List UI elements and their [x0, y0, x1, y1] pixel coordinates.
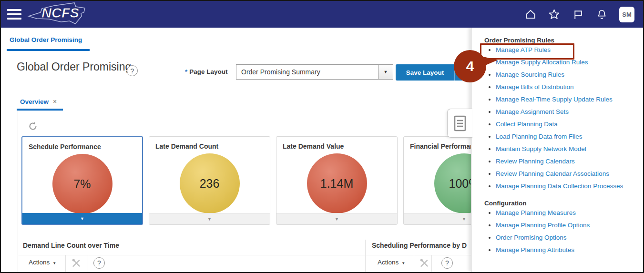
user-avatar[interactable]: SM	[619, 7, 634, 22]
task-list-item: Manage Planning Measures	[496, 207, 643, 219]
task-list-item: Review Planning Calendars	[496, 155, 643, 168]
section-title-scheduling-performance: Scheduling Performance by D	[372, 242, 467, 249]
task-link-list: Manage Planning MeasuresManage Planning …	[471, 207, 643, 256]
kpi-card-title: Late Demand Value	[283, 142, 344, 150]
task-link[interactable]: Maintain Supply Network Model	[496, 145, 586, 152]
chevron-down-icon: ▼	[384, 70, 388, 74]
kpi-circle: 1.14M	[307, 153, 367, 213]
help-icon[interactable]: ?	[441, 257, 453, 269]
tab-global-order-promising[interactable]: Global Order Promising	[10, 36, 82, 43]
task-link[interactable]: Manage Supply Allocation Rules	[496, 59, 588, 66]
task-list-item: Load Planning Data from Files	[496, 131, 643, 143]
task-list-item: Manage Sourcing Rules	[496, 69, 643, 81]
kpi-card-title: Financial Performance	[410, 142, 471, 150]
task-link[interactable]: Manage Bills of Distribution	[496, 83, 574, 91]
notifications-bell-icon[interactable]	[595, 8, 608, 21]
kpi-card-0[interactable]: Schedule Performance7%▼	[21, 136, 143, 225]
menu-icon[interactable]	[7, 9, 21, 20]
callout-step-number: 4	[454, 50, 486, 82]
select-dropdown-button[interactable]: ▼	[378, 65, 393, 79]
page-help-icon[interactable]: ?	[127, 65, 138, 76]
tasks-panel-drawer-handle[interactable]	[447, 109, 472, 138]
main-content: Global Order Promising ? *Page Layout Or…	[1, 53, 471, 272]
overview-panel-border	[18, 111, 18, 272]
home-icon[interactable]	[524, 8, 537, 21]
task-link[interactable]: Manage Real-Time Supply Update Rules	[496, 96, 613, 103]
task-link[interactable]: Manage ATP Rules	[496, 46, 551, 53]
nav-tab-strip: Global Order Promising	[1, 28, 471, 53]
actions-menu-right[interactable]: Actions▼	[378, 259, 405, 266]
top-navbar: NCFS SM	[1, 1, 643, 28]
kpi-circle: 236	[180, 153, 240, 213]
section-title-demand-line-count: Demand Line Count over Time	[23, 242, 119, 249]
task-link[interactable]: Load Planning Data from Files	[496, 133, 583, 140]
kpi-circle: 7%	[52, 154, 112, 214]
task-list-item: Order Promising Options	[496, 232, 643, 244]
task-link[interactable]: Manage Planning Profile Options	[496, 222, 590, 229]
favorites-star-icon[interactable]	[548, 8, 561, 21]
kpi-card-expander[interactable]: ▼	[149, 213, 270, 224]
kpi-cards-row: Schedule Performance7%▼Late Demand Count…	[21, 136, 471, 225]
task-list-item: Manage Bills of Distribution	[496, 81, 643, 93]
page-layout-select[interactable]: Order Promising Summary ▼	[236, 64, 393, 80]
task-list-item: Manage Planning Profile Options	[496, 219, 643, 232]
kpi-circle: 100%	[434, 153, 471, 213]
help-icon[interactable]: ?	[93, 257, 105, 269]
task-section-heading: Configuration	[484, 200, 643, 207]
kpi-card-3[interactable]: Financial Performance100%▼	[403, 136, 471, 225]
task-section-heading: Order Promising Rules	[484, 37, 643, 44]
toolbar-divider	[65, 255, 66, 272]
task-list-item: Manage Planning Data Collection Processe…	[496, 180, 643, 192]
toolbar-top-border	[18, 255, 471, 255]
chevron-down-icon: ▼	[401, 261, 405, 265]
task-link[interactable]: Collect Planning Data	[496, 121, 558, 128]
chart-tools-icon[interactable]	[419, 257, 430, 269]
task-link[interactable]: Review Planning Calendars	[496, 158, 575, 165]
task-link-list: Manage ATP RulesManage Supply Allocation…	[471, 44, 643, 192]
task-section-1: ConfigurationManage Planning MeasuresMan…	[471, 200, 643, 256]
task-link[interactable]: Manage Assignment Sets	[496, 108, 569, 115]
kpi-card-expander[interactable]: ▼	[276, 213, 397, 224]
toolbar-divider	[88, 255, 88, 272]
task-link[interactable]: Manage Sourcing Rules	[496, 71, 564, 78]
toolbar-divider	[431, 255, 432, 272]
task-link[interactable]: Manage Planning Data Collection Processe…	[496, 182, 623, 190]
task-link[interactable]: Manage Planning Measures	[496, 209, 576, 216]
ncfs-logo: NCFS	[27, 1, 94, 27]
kpi-card-1[interactable]: Late Demand Count236▼	[149, 136, 270, 225]
content-left-border	[6, 53, 6, 272]
flag-icon[interactable]	[572, 8, 584, 21]
task-link[interactable]: Manage Planning Attributes	[496, 246, 574, 253]
task-list-item: Manage Real-Time Supply Update Rules	[496, 93, 643, 106]
task-list-item: Manage ATP Rules	[496, 44, 643, 56]
kpi-card-title: Late Demand Count	[155, 142, 218, 150]
refresh-icon[interactable]	[27, 121, 39, 132]
task-list-item: Maintain Supply Network Model	[496, 143, 643, 155]
kpi-card-2[interactable]: Late Demand Value1.14M▼	[276, 136, 398, 225]
app-window: NCFS SM Glo	[0, 0, 644, 273]
save-layout-label: Save Layout	[396, 69, 454, 76]
task-list-item: Review Planning Calendar Associations	[496, 168, 643, 180]
task-link[interactable]: Order Promising Options	[496, 234, 567, 241]
task-list-item: Manage Assignment Sets	[496, 106, 643, 118]
kpi-card-expander[interactable]: ▼	[404, 213, 471, 224]
section-divider	[365, 240, 366, 272]
actions-menu-left[interactable]: Actions▼	[29, 259, 56, 266]
tab-overview[interactable]: Overview×	[20, 98, 57, 105]
logo-text: NCFS	[41, 5, 80, 20]
tasks-panel: Order Promising RulesManage ATP RulesMan…	[471, 28, 643, 272]
task-list-item: Manage Planning Attributes	[496, 244, 643, 256]
page-layout-value: Order Promising Summary	[236, 68, 378, 76]
kpi-card-expander[interactable]: ▼	[22, 213, 142, 224]
active-tab-underline	[7, 49, 90, 51]
task-link[interactable]: Review Planning Calendar Associations	[496, 170, 609, 177]
chart-tools-icon[interactable]	[71, 257, 82, 269]
overview-tab-underline	[17, 109, 63, 111]
close-icon[interactable]: ×	[53, 98, 57, 105]
page-layout-label: *Page Layout	[185, 68, 228, 75]
page-title: Global Order Promising	[17, 61, 131, 73]
task-list-item: Manage Supply Allocation Rules	[496, 56, 643, 69]
required-marker: *	[185, 68, 187, 75]
toolbar-divider	[414, 255, 414, 272]
kpi-card-title: Schedule Performance	[29, 143, 101, 151]
